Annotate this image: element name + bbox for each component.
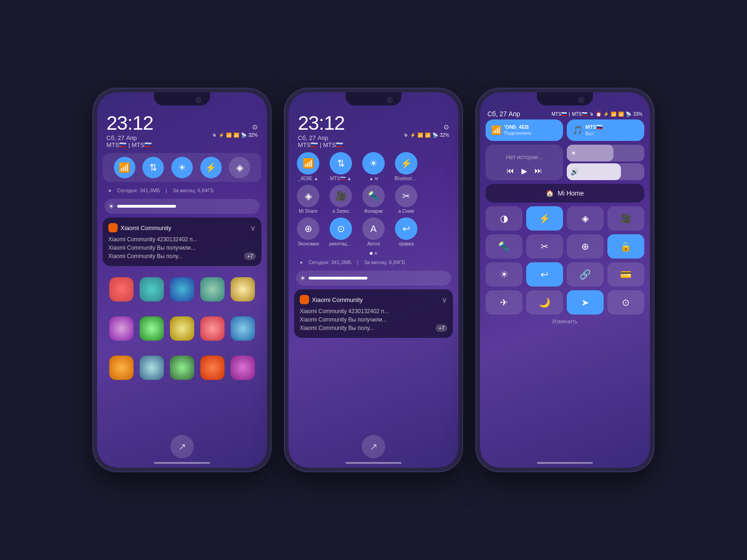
cc-date-3: Сб, 27 Апр xyxy=(487,110,520,118)
cc-btn-torch-3[interactable]: 🔦 xyxy=(486,234,522,259)
cc-btn-theme-3[interactable]: ◑ xyxy=(486,206,522,231)
blurred-app-2-2[interactable] xyxy=(140,316,164,341)
cc-grid-3: ◑ ⚡ ◈ 🎥 🔦 ✂ ⊕ 🔒 ☀ ↩ 🔗 💳 ✈ 🌙 ➤ ⊙ xyxy=(486,206,644,315)
qs-screenshot-label-2: а Сним xyxy=(398,209,414,214)
cc-btn-cut-3[interactable]: ✂ xyxy=(526,234,563,259)
blurred-app-3-4[interactable] xyxy=(200,356,225,380)
cc-btn-bt-3[interactable]: ⚡ xyxy=(526,206,563,231)
cc-btn-extra-3[interactable]: ◈ xyxy=(567,206,604,231)
cc-edit-label-3[interactable]: Изменить xyxy=(486,315,644,329)
qs-wifi-label-2: _4EBE ▲ xyxy=(298,176,318,181)
qs-torch-icon-2: 🔦 xyxy=(362,185,385,207)
qs-record-2[interactable]: 🎥 а Запис xyxy=(326,185,356,214)
dot-2-1 xyxy=(370,252,373,255)
cc-wifi-name-3: 'ON5_4EB xyxy=(504,124,531,130)
cc-sliders-3: ☀ 🔊 xyxy=(567,145,644,180)
cc-btn-card-3[interactable]: 💳 xyxy=(607,262,644,287)
blurred-app-1-4[interactable] xyxy=(200,277,225,301)
bt-icon-2: ⚡ xyxy=(410,133,416,138)
camera-3 xyxy=(578,97,585,103)
cc-status-bar-3: Сб, 27 Апр MTS🇷🇺 | MTS🇷🇺 🖱 ⏰ ⚡ 📶 📶 📡 33% xyxy=(486,106,644,119)
cc-wifi-tile-3[interactable]: 📶 'ON5_4EB Подключено xyxy=(486,119,563,141)
qs-screenshot-2[interactable]: ✂ а Сним xyxy=(391,185,421,214)
cc-media-row-3: Нет истории... ⏮ ▶ ⏭ ☀ 🔊 xyxy=(486,145,644,180)
blurred-app-2-3[interactable] xyxy=(170,316,194,341)
blurred-app-1-5[interactable] xyxy=(231,277,255,301)
blurred-app-1-3[interactable] xyxy=(170,277,194,301)
qs-auto-label-2: Автоя xyxy=(367,241,380,246)
blurred-app-3-3[interactable] xyxy=(170,356,194,380)
extra-toggle-1[interactable]: ◈ xyxy=(229,157,250,178)
bottom-dock-1[interactable]: ↗ xyxy=(170,435,194,458)
qs-data-label-2: MTS🇷🇺 ▲ xyxy=(330,176,352,181)
wifi-toggle-1[interactable]: 📶 xyxy=(114,157,135,178)
data-dot-2: ● xyxy=(300,259,303,265)
blurred-app-1-1[interactable] xyxy=(109,277,134,301)
blurred-app-2-5[interactable] xyxy=(231,316,255,341)
cc-prev-btn-3[interactable]: ⏮ xyxy=(507,167,514,175)
auto-toggle-1[interactable]: ☀ xyxy=(171,157,193,178)
qs-rotate-2[interactable]: ⊙ риентаци... xyxy=(326,217,356,246)
qs-battery-2[interactable]: ⊕ Экономия xyxy=(293,217,323,246)
cc-music-tile-3[interactable]: 🎵 MTS🇷🇺 Вкл. xyxy=(567,119,644,141)
blurred-app-2-1[interactable] xyxy=(109,316,134,341)
cc-top-row-3: 📶 'ON5_4EB Подключено 🎵 MTS🇷🇺 Вкл. xyxy=(486,119,644,141)
cc-brightness-slider-3[interactable]: ☀ xyxy=(567,145,644,161)
cc-mi-home-3[interactable]: 🏠 Mi Home xyxy=(486,184,644,203)
data-dot-1: ● xyxy=(108,188,112,193)
cc-volume-slider-3[interactable]: 🔊 xyxy=(567,163,644,180)
cc-btn-airplane-3[interactable]: ✈ xyxy=(486,290,522,315)
cc-btn-location-3[interactable]: ➤ xyxy=(567,290,604,315)
cc-btn-bright-3[interactable]: ☀ xyxy=(486,262,522,287)
qs-auto-2[interactable]: A Автоя xyxy=(359,217,388,246)
cc-btn-nfc-3[interactable]: ⊙ xyxy=(607,290,644,315)
blurred-app-3-1[interactable] xyxy=(109,356,134,380)
blurred-app-1-2[interactable] xyxy=(140,277,164,301)
wifi-icon-1: 📡 xyxy=(241,133,247,138)
blurred-app-3-2[interactable] xyxy=(140,356,164,380)
notification-card-2[interactable]: Xiaomi Community ∨ Xiaomi Community 4230… xyxy=(294,289,453,338)
notif-item-2-2: Xiaomi Community Вы получили... xyxy=(300,315,447,324)
time-1: 23:12 xyxy=(106,112,153,134)
qs-bright-2[interactable]: ☀ ▲ м xyxy=(359,152,388,181)
notif-expand-2[interactable]: ∨ xyxy=(442,295,447,304)
qs-bt-2[interactable]: ⚡ Bluetooth ▲ xyxy=(391,152,421,181)
qs-edit-2[interactable]: ↩ правка xyxy=(391,217,421,246)
bt-toggle-1[interactable]: ⚡ xyxy=(200,157,222,178)
cc-media-controls-3[interactable]: ⏮ ▶ ⏭ xyxy=(490,167,558,175)
camera-2 xyxy=(387,97,393,103)
qs-mishare-2[interactable]: ◈ Mi Share xyxy=(293,185,323,214)
notif-expand-1[interactable]: ∨ xyxy=(250,224,256,232)
data-today-2: Сегодня: 341,3МБ xyxy=(309,259,352,265)
brightness-icon-1: ☀ xyxy=(108,203,114,210)
qs-data-2[interactable]: ⇅ MTS🇷🇺 ▲ xyxy=(326,152,356,181)
bottom-dock-2[interactable]: ↗ xyxy=(362,435,385,458)
brightness-bar-2[interactable]: ☀ xyxy=(296,271,451,286)
qs-torch-2[interactable]: 🔦 Фонарик xyxy=(359,185,388,214)
notch-3 xyxy=(537,92,593,105)
cc-play-btn-3[interactable]: ▶ xyxy=(521,167,527,175)
battery-1: 32% xyxy=(248,133,258,138)
cc-btn-moon-3[interactable]: 🌙 xyxy=(526,290,563,315)
notif-item-2-1: Xiaomi Community 4230132402 п... xyxy=(300,307,447,315)
cc-btn-lock-3[interactable]: 🔒 xyxy=(607,234,644,259)
data-toggle-1[interactable]: ⇅ xyxy=(142,157,164,178)
notif-app-1: Xiaomi Community xyxy=(120,224,171,231)
qs-auto-icon-2: A xyxy=(362,217,385,240)
cc-btn-battery-3[interactable]: ⊕ xyxy=(567,234,604,259)
blurred-app-2-4[interactable] xyxy=(200,316,225,341)
cc-btn-link-3[interactable]: 🔗 xyxy=(567,262,604,287)
cc-btn-rotate-3[interactable]: ↩ xyxy=(526,262,563,287)
qs-rotate-label-2: риентаци... xyxy=(329,241,352,246)
cc-next-btn-3[interactable]: ⏭ xyxy=(535,167,542,175)
cc-volume-icon-3: 🔊 xyxy=(571,168,578,175)
notification-card-1[interactable]: Xiaomi Community ∨ Xiaomi Community 4230… xyxy=(103,217,261,266)
blurred-app-3-5[interactable] xyxy=(231,356,255,380)
status-right-2: ⊙ 🖱 ⚡ 📶 📶 📡 32% xyxy=(403,123,449,138)
notif-title-row-2: Xiaomi Community xyxy=(300,295,363,304)
qs-wifi-2[interactable]: 📶 _4EBE ▲ xyxy=(293,152,323,181)
blurred-row-1 xyxy=(97,270,267,309)
cc-battery-3: 33% xyxy=(633,112,642,117)
brightness-bar-1[interactable]: ☀ xyxy=(105,199,260,214)
cc-btn-video-3[interactable]: 🎥 xyxy=(607,206,644,231)
